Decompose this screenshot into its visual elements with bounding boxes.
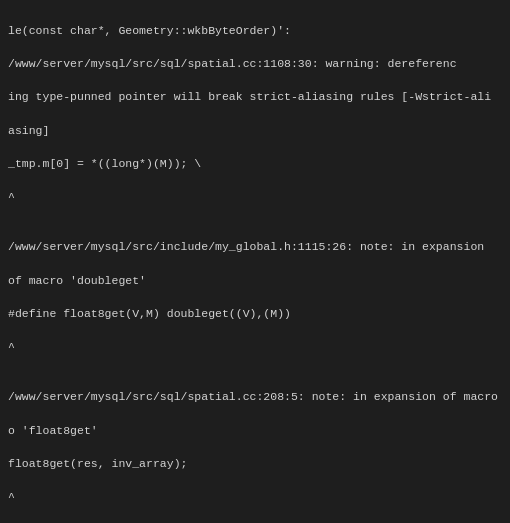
- terminal-line: o 'float8get': [8, 423, 502, 440]
- terminal-line: /www/server/mysql/src/sql/spatial.cc:110…: [8, 56, 502, 73]
- terminal-line: of macro 'doubleget': [8, 273, 502, 290]
- terminal-line: le(const char*, Geometry::wkbByteOrder)'…: [8, 23, 502, 40]
- terminal-line: /www/server/mysql/src/include/my_global.…: [8, 239, 502, 256]
- terminal-output: le(const char*, Geometry::wkbByteOrder)'…: [0, 0, 510, 523]
- terminal-line: #define float8get(V,M) doubleget((V),(M)…: [8, 306, 502, 323]
- terminal-line: float8get(res, inv_array);: [8, 456, 502, 473]
- terminal-line: /www/server/mysql/src/sql/spatial.cc:208…: [8, 389, 502, 406]
- terminal-line: asing]: [8, 123, 502, 140]
- terminal-line: ing type-punned pointer will break stric…: [8, 89, 502, 106]
- terminal-line: ^: [8, 489, 502, 506]
- terminal-line: ^: [8, 339, 502, 356]
- terminal-line: _tmp.m[0] = *((long*)(M)); \: [8, 156, 502, 173]
- terminal-line: ^: [8, 189, 502, 206]
